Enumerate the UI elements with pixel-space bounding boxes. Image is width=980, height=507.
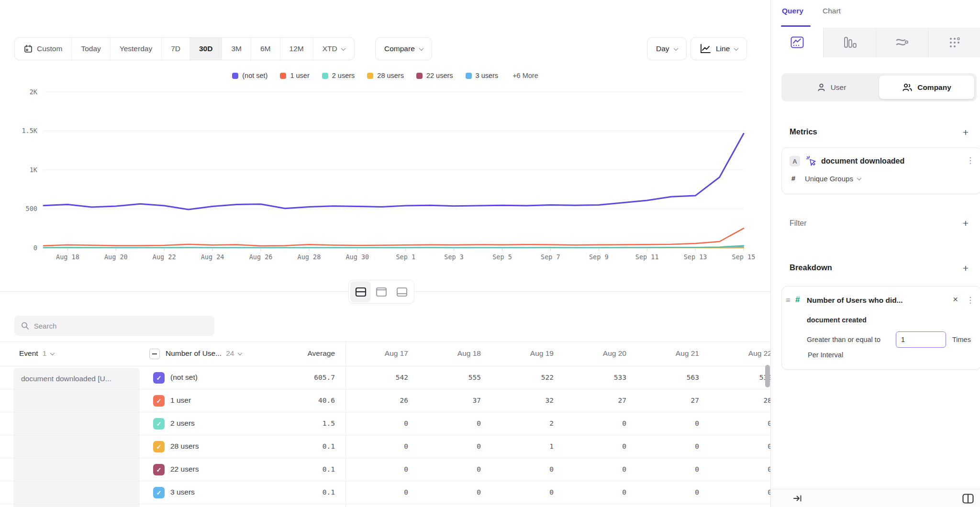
layout-top-panel-view-button[interactable] <box>371 281 391 302</box>
range-6m[interactable]: 6M <box>251 38 280 60</box>
date-column-header: Aug 19 <box>487 349 554 358</box>
series-checkbox[interactable]: ✓ <box>153 418 165 430</box>
breakdown-kebab-icon[interactable]: ⋮ <box>966 295 974 305</box>
series-checkbox[interactable]: ✓ <box>153 372 165 384</box>
bar-chart-icon <box>843 36 857 49</box>
cell-value: 0 <box>632 488 699 496</box>
table-row: ✓1 user40.6263732272728 <box>0 389 770 412</box>
metric-card[interactable]: A document downloaded ⋮ # Unique Groups <box>781 147 980 194</box>
event-column-header[interactable]: Event 1 <box>19 349 54 358</box>
bottom-panel-view-icon <box>396 287 408 297</box>
series-checkbox[interactable]: ✓ <box>153 487 165 498</box>
scope-toggle: User Company <box>781 73 977 101</box>
cell-value: 0 <box>341 488 408 496</box>
tab-line-chart[interactable] <box>771 28 823 57</box>
average-value: 0.1 <box>268 465 335 473</box>
chart-type-button[interactable]: Line <box>690 37 747 60</box>
breakdown-condition[interactable]: Greater than or equal to <box>807 336 880 343</box>
tab-grid-chart[interactable] <box>928 28 980 57</box>
breakdown-value-input[interactable] <box>896 331 946 348</box>
cell-value: 2 <box>487 419 554 427</box>
compare-button[interactable]: Compare <box>375 37 432 60</box>
select-all-checkbox[interactable] <box>149 349 160 359</box>
series-label: 3 users <box>170 488 195 496</box>
cell-value: 0 <box>705 465 770 473</box>
cell-value: 0 <box>414 488 481 496</box>
breakdown-card[interactable]: ≡ # Number of Users who did... × ⋮ docum… <box>781 286 980 370</box>
cell-value: 37 <box>414 397 481 404</box>
close-icon[interactable]: × <box>953 294 958 305</box>
date-column-header: Aug 21 <box>632 349 699 358</box>
range-label: 6M <box>260 44 271 53</box>
svg-text:Aug 26: Aug 26 <box>249 253 273 261</box>
series-checkbox[interactable]: ✓ <box>153 395 165 407</box>
svg-text:Sep 9: Sep 9 <box>589 253 609 261</box>
aggregation-prefix: # <box>791 175 795 182</box>
range-xtd[interactable]: XTD <box>313 38 354 60</box>
company-icon <box>902 83 913 92</box>
series-checkbox[interactable]: ✓ <box>153 441 165 452</box>
table-body: ✓(not set)605.7542555522533563530✓1 user… <box>0 366 770 504</box>
event-header-label: Event <box>19 349 38 358</box>
search-input[interactable] <box>34 322 208 330</box>
series-column-header[interactable]: Number of Use... 24 <box>166 349 242 358</box>
layout-toggle <box>348 280 414 304</box>
aggregation-selector[interactable]: Unique Groups <box>805 175 861 183</box>
range-12m[interactable]: 12M <box>280 38 313 60</box>
range-30d[interactable]: 30D <box>190 38 222 60</box>
add-filter-button[interactable]: + <box>963 218 969 228</box>
collapse-panel-icon[interactable] <box>793 494 802 503</box>
app-root: CustomTodayYesterday7D30D3M6M12MXTD Comp… <box>0 0 980 507</box>
range-label: Yesterday <box>120 44 152 53</box>
metric-name: document downloaded <box>821 157 904 165</box>
series-count: 24 <box>226 349 234 358</box>
tab-query[interactable]: Query <box>782 7 803 15</box>
range-custom[interactable]: Custom <box>15 38 72 60</box>
range-today[interactable]: Today <box>72 38 110 60</box>
add-breakdown-button[interactable]: + <box>963 263 969 273</box>
date-column-header: Aug 22 <box>705 349 770 358</box>
tab-bar-chart[interactable] <box>823 28 876 57</box>
cell-value: 26 <box>341 397 408 404</box>
cell-value: 0 <box>414 419 481 427</box>
range-3m[interactable]: 3M <box>222 38 251 60</box>
cell-value: 0 <box>559 488 626 496</box>
interval-button[interactable]: Day <box>647 37 687 60</box>
tab-flow-chart[interactable] <box>876 28 928 57</box>
range-yesterday[interactable]: Yesterday <box>111 38 162 60</box>
scope-company[interactable]: Company <box>879 76 974 99</box>
cell-value: 530 <box>705 374 770 381</box>
line-chart: 05001K1.5K2KAug 18Aug 20Aug 22Aug 24Aug … <box>0 67 770 273</box>
table-scrollbar[interactable] <box>765 365 770 387</box>
filter-heading: Filter <box>790 219 807 228</box>
range-7d[interactable]: 7D <box>162 38 190 60</box>
chevron-down-icon <box>857 176 861 180</box>
svg-text:1.5K: 1.5K <box>22 127 37 134</box>
svg-text:Aug 24: Aug 24 <box>201 253 224 261</box>
scope-company-label: Company <box>917 83 951 92</box>
cell-value: 0 <box>414 442 481 450</box>
metric-kebab-icon[interactable]: ⋮ <box>966 155 974 165</box>
cell-value: 0 <box>632 465 699 473</box>
average-value: 40.6 <box>268 397 335 404</box>
scope-user[interactable]: User <box>784 76 879 99</box>
aggregation-label: Unique Groups <box>805 175 853 183</box>
svg-text:0: 0 <box>33 244 37 252</box>
series-header-label: Number of Use... <box>166 349 222 358</box>
search-box <box>14 316 214 336</box>
tab-chart[interactable]: Chart <box>823 7 841 15</box>
add-metric-button[interactable]: + <box>963 127 969 137</box>
svg-text:Aug 18: Aug 18 <box>56 253 79 261</box>
layout-bottom-panel-view-button[interactable] <box>392 281 412 302</box>
drag-handle-icon[interactable]: ≡ <box>786 296 790 305</box>
cell-value: 0 <box>559 442 626 450</box>
range-label: 3M <box>231 44 242 53</box>
series-label: (not set) <box>170 373 198 382</box>
layout-split-view-button[interactable] <box>350 281 371 302</box>
split-panel-icon[interactable] <box>962 494 974 504</box>
cell-value: 0 <box>559 465 626 473</box>
metric-badge: A <box>790 156 800 166</box>
series-checkbox[interactable]: ✓ <box>153 464 165 475</box>
series-label: 28 users <box>170 442 199 451</box>
breakdown-per-interval[interactable]: Per Interval <box>808 351 843 359</box>
